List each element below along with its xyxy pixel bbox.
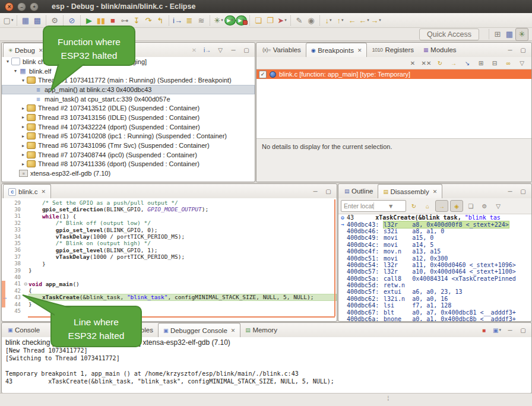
expander-icon[interactable]: ▸ xyxy=(20,143,27,148)
next-edit-location[interactable]: ↑▾ xyxy=(334,14,346,26)
code-line[interactable]: 43 xTaskCreate(&blink_task, "blink_task"… xyxy=(2,294,337,300)
debug-tree-row[interactable]: ▸ Thread #2 1073413512 (IDLE) (Suspended… xyxy=(2,103,255,113)
debug[interactable]: ✳▾ xyxy=(213,14,224,26)
remove-breakpoint[interactable]: ✕ xyxy=(407,58,419,68)
dropdown-caret[interactable]: ▾ xyxy=(341,18,344,23)
expander-icon[interactable]: ▸ xyxy=(20,161,27,167)
debug-tree-row[interactable]: app_main() at blink.c:43 0x400dbc43 xyxy=(2,85,255,94)
disassembly-row[interactable]: 400dbc57: l32r a10, 0x400d0464 <_stext+1… xyxy=(338,268,531,275)
refresh[interactable]: ↻ xyxy=(408,201,420,211)
code-line[interactable]: 30 gpio_set_direction(BLINK_GPIO, GPIO_M… xyxy=(2,206,337,212)
remove-all-breakpoints[interactable]: ✕✕ xyxy=(420,58,432,68)
debug-tree-row[interactable]: ▾ Thread #1 1073411772 (main : Running) … xyxy=(2,75,255,85)
expander-icon[interactable]: ▾ xyxy=(4,59,11,64)
dropdown-caret[interactable]: ▾ xyxy=(231,18,233,23)
build[interactable]: ⚙ xyxy=(49,14,61,26)
disassembly-row[interactable]: 400dbc46: s32i a8, a1, 0 xyxy=(338,228,531,234)
status-bar-grip[interactable]: ⁞⁞ xyxy=(387,395,388,402)
line-number[interactable]: 42 xyxy=(5,288,23,294)
tab-registers[interactable]: 1010 Registers ✕ xyxy=(367,43,419,57)
close-icon[interactable]: ✕ xyxy=(357,47,362,53)
expander-icon[interactable]: ▸ xyxy=(20,134,27,139)
code-line[interactable]: 34 vTaskDelay(1000 / portTICK_PERIOD_MS)… xyxy=(2,233,337,240)
view-menu[interactable]: ▽ xyxy=(516,58,528,68)
minimize-button[interactable]: ─ xyxy=(309,186,321,196)
maximize-button[interactable]: ▢ xyxy=(517,45,529,55)
code-line[interactable]: 40 xyxy=(2,274,337,280)
resume[interactable]: ▶ xyxy=(83,14,95,26)
suspend[interactable]: ▮▮ xyxy=(95,14,107,26)
tab-disassembly[interactable]: ▤ Disassembly ✕ xyxy=(378,184,442,199)
link-with-debug-view[interactable]: ∞ xyxy=(502,58,514,68)
step-over[interactable]: ↷ xyxy=(142,14,154,26)
code-line[interactable]: 31 while(1) { xyxy=(2,213,337,220)
tab-debug[interactable]: ✳ Debug ✕ xyxy=(3,43,48,58)
code-line[interactable]: 38 } xyxy=(2,261,337,267)
code-line[interactable]: 32 /* Blink off (output low) */ xyxy=(2,220,337,226)
line-number[interactable]: 38 xyxy=(5,261,23,267)
maximize-button[interactable]: ▢ xyxy=(517,186,529,196)
new-wizard[interactable]: ▢▾ xyxy=(2,14,14,26)
close-icon[interactable]: ✕ xyxy=(42,189,46,195)
disassembly-row[interactable]: 400dbc62: l32i.n a0, a0, 16 xyxy=(338,296,531,302)
tab-outline[interactable]: ▤ Outline ✕ xyxy=(340,184,378,198)
debug-tree-row[interactable]: ▸ Thread #7 1073408744 (ipc0) (Suspended… xyxy=(2,150,255,160)
minimize-button[interactable]: ─ xyxy=(227,45,239,55)
tab-console[interactable]: ▣ Console ✕ xyxy=(3,323,45,337)
code-line[interactable]: 44 } xyxy=(2,301,337,307)
maximize-button[interactable]: ▢ xyxy=(517,325,529,335)
debug-tree-row[interactable]: ▾ blink checking [GDB Hardware Debugging… xyxy=(2,57,255,66)
code-line[interactable]: 36 gpio_set_level(BLINK_GPIO, 1); xyxy=(2,247,337,253)
line-number[interactable]: 45 xyxy=(5,308,23,314)
line-number[interactable]: 35 xyxy=(5,240,23,246)
debug-tree-row[interactable]: main_task() at cpu_start.c:339 0x400d057… xyxy=(2,94,255,104)
line-number[interactable]: 31 xyxy=(5,213,23,219)
last-edit-location[interactable]: ↓▾ xyxy=(322,14,334,26)
back[interactable]: ← xyxy=(346,14,358,26)
tab-executables[interactable]: ▤ Executables ✕ xyxy=(104,323,158,337)
save[interactable]: ▦ xyxy=(20,14,31,26)
line-number[interactable]: 33 xyxy=(5,227,23,233)
expander-icon[interactable]: ▾ xyxy=(20,78,27,83)
step-into[interactable]: ↧ xyxy=(131,14,142,26)
dropdown-caret[interactable]: ▾ xyxy=(284,18,287,23)
view-menu[interactable]: ▽ xyxy=(492,201,504,211)
code-line[interactable]: 42 { xyxy=(2,287,337,294)
dropdown-caret[interactable]: ▾ xyxy=(242,18,245,23)
breakpoint-checkbox[interactable]: ✓ xyxy=(259,71,267,78)
skip-all-breakpoints[interactable]: ⊘ xyxy=(66,14,78,26)
minimize-button[interactable]: ─ xyxy=(504,325,516,335)
line-number[interactable]: 30 xyxy=(5,207,23,212)
debug-tree-row[interactable]: ▸ Thread #4 1073432224 (dport) (Suspende… xyxy=(2,122,255,132)
instruction-stepping[interactable]: ≣ xyxy=(183,14,195,26)
code-line[interactable]: 45 xyxy=(2,307,337,314)
expander-icon[interactable]: ▸ xyxy=(20,152,27,157)
open-perspective[interactable]: ⊞ xyxy=(492,28,504,40)
line-number[interactable]: 34 xyxy=(5,234,23,240)
remove-all-terminated[interactable]: ✕ xyxy=(188,45,200,55)
minimize-button[interactable]: ─ xyxy=(504,186,516,196)
maximize-button[interactable]: ▢ xyxy=(240,45,252,55)
home[interactable]: ⌂ xyxy=(422,201,433,211)
disassembly-row[interactable]: 400dbc5a: call8 0x40084314 <xTaskCreateP… xyxy=(338,275,531,282)
disassembly-row[interactable]: 400dbc64: lsi f7, a1, 128 xyxy=(338,302,531,309)
console-output[interactable]: blink checking [GDB Hardware Debugging] … xyxy=(2,337,531,393)
disassembly-row[interactable]: 400dbc6a: bnone a0, a1, 0x400dbc8b <__ad… xyxy=(338,316,531,321)
debug-tree-row[interactable]: ▾ blink.elf xyxy=(2,66,255,76)
tab-breakpoints[interactable]: ◉ Breakpoints ✕ xyxy=(306,43,368,58)
flash[interactable]: ➤▾ xyxy=(276,14,288,26)
disconnect[interactable]: ⊶ xyxy=(119,14,131,26)
code-line[interactable]: 29 /* Set the GPIO as a push/pull output… xyxy=(2,199,337,206)
expander-icon[interactable]: ▸ xyxy=(20,124,27,129)
forward[interactable]: →▾ xyxy=(370,14,382,26)
line-number[interactable]: 43 xyxy=(5,294,23,300)
chevron-down-icon[interactable]: ▼ xyxy=(373,202,406,210)
skip-all-breakpoints[interactable]: ↘ xyxy=(461,58,473,68)
expander-icon[interactable]: ▸ xyxy=(20,115,27,120)
show-supported-breakpoints[interactable]: ↻ xyxy=(434,58,446,68)
code-editor[interactable]: 29 /* Set the GPIO as a push/pull output… xyxy=(2,198,337,321)
line-number[interactable]: 39 xyxy=(5,268,23,274)
follow-pc[interactable]: → xyxy=(435,200,448,212)
dropdown-caret[interactable]: ▾ xyxy=(330,18,332,23)
line-number[interactable]: 32 xyxy=(5,220,23,226)
